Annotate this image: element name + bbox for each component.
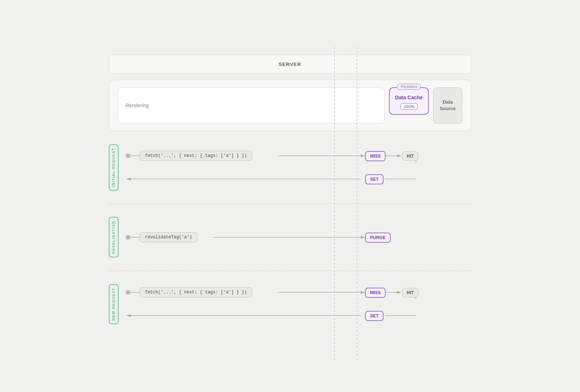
server-title: SERVER [279, 62, 302, 67]
initial-request-label-wrap: INITIAL REQUEST [109, 144, 119, 191]
svg-marker-16 [397, 291, 401, 294]
revalidation-section: REVALIDATION revalidateTag('a') [109, 204, 471, 271]
fetch-code-pill-2: fetch('...', { next: { tags: ['a'] } }) [140, 287, 252, 297]
svg-marker-14 [361, 291, 365, 294]
hit-badge-2: HIT [402, 289, 418, 296]
new-request-content: fetch('...', { next: { tags: ['a'] } }) … [126, 286, 471, 322]
svg-marker-11 [361, 236, 365, 239]
new-fetch-row: fetch('...', { next: { tags: ['a'] } }) … [126, 286, 471, 299]
initial-request-content: fetch('...', { next: { tags: ['a'] } }) … [126, 149, 471, 185]
revalidate-row: revalidateTag('a') PURGE [126, 231, 471, 244]
data-source-box: DataSource [433, 87, 462, 124]
initial-request-section: INITIAL REQUEST [109, 131, 471, 204]
new-request-label-wrap: NEW REQUEST [109, 284, 119, 324]
rendering-box: Rendering [118, 87, 385, 124]
initial-set-row: SET [126, 172, 471, 185]
new-request-label: NEW REQUEST [109, 284, 119, 324]
data-cache-title: Data Cache [395, 95, 423, 100]
new-set-row: SET [126, 309, 471, 322]
set-arrow-svg-1 [126, 172, 471, 185]
hit-badge-1: HIT [402, 153, 418, 159]
server-box: SERVER [109, 55, 471, 74]
persistent-badge: Persistent [397, 84, 421, 90]
rendering-label: Rendering [125, 103, 149, 108]
initial-fetch-row: fetch('...', { next: { tags: ['a'] } }) … [126, 149, 471, 162]
revalidation-label-wrap: REVALIDATION [109, 217, 119, 258]
svg-marker-4 [397, 154, 401, 157]
data-cache-box: Persistent Data Cache JSON [389, 87, 429, 115]
set-badge-2: SET [365, 312, 384, 319]
fetch-code-pill-1: fetch('...', { next: { tags: ['a'] } }) [140, 151, 252, 161]
svg-marker-2 [361, 154, 365, 157]
revalidation-label: REVALIDATION [109, 217, 119, 258]
server-inner-panel: Rendering Persistent Data Cache JSON Dat… [109, 80, 471, 131]
revalidation-content: revalidateTag('a') PURGE [126, 231, 471, 244]
set-badge-1: SET [365, 176, 384, 182]
purge-badge: PURGE [365, 234, 391, 241]
initial-request-label: INITIAL REQUEST [109, 144, 119, 191]
miss-badge-2: MISS [365, 289, 386, 296]
new-request-section: NEW REQUEST [109, 271, 471, 337]
json-badge: JSON [400, 103, 417, 110]
miss-badge-1: MISS [365, 153, 386, 159]
set-arrow-svg-2 [126, 309, 471, 322]
revalidate-code-pill: revalidateTag('a') [140, 232, 198, 242]
